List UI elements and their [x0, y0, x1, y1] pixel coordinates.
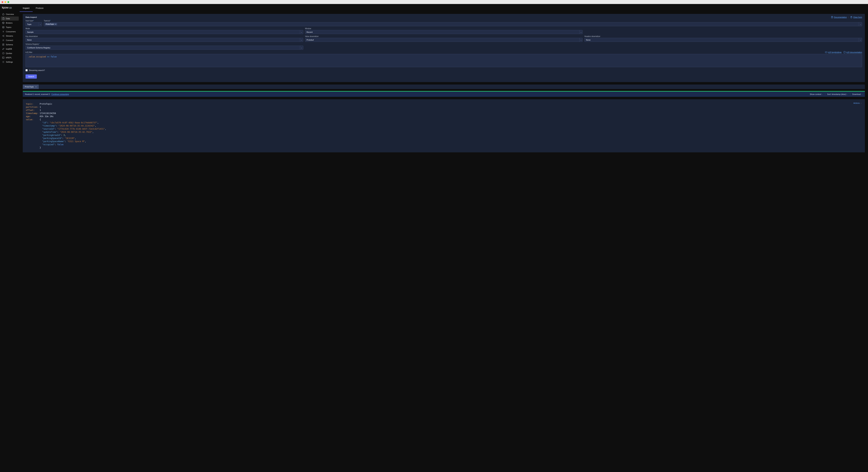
schema-registry-value: Confluent Schema Registry — [26, 46, 300, 50]
svg-point-7 — [3, 62, 4, 62]
record-actions[interactable]: Actions⌄ — [854, 102, 862, 105]
minimize-window-icon[interactable] — [4, 1, 6, 3]
close-icon[interactable]: ✕ — [55, 24, 56, 25]
val-deser-label: Value deserializer — [305, 35, 583, 37]
topics-label: Topic(s)* — [44, 20, 862, 22]
sidebar: kpow ❯❯❯ Overview Data Brokers Topics — [0, 4, 20, 472]
val-deser-select[interactable]: Protobuf ⌄ — [305, 38, 583, 42]
input-type-select[interactable]: Topic ⌄ — [26, 22, 42, 26]
svg-point-0 — [2, 26, 4, 27]
keyboard-icon — [825, 51, 827, 54]
result-tab-label: ProtoTopic — [25, 86, 34, 88]
sidebar-item-quotas[interactable]: Quotas — [1, 51, 19, 55]
schema-registry-label: Schema Registry* — [26, 43, 303, 45]
streaming-search-checkbox[interactable] — [26, 69, 28, 71]
panel-title: Data inspect — [26, 16, 37, 18]
kjq-path: .value.occupied — [28, 56, 46, 58]
rocket-icon — [2, 48, 4, 50]
record-content: topic: ProtoTopic partition: 1 offset: 1… — [26, 102, 862, 149]
sidebar-label: Schema — [6, 43, 13, 45]
chevron-down-icon[interactable]: ⌄ — [859, 22, 862, 26]
input-type-value: Topic — [26, 22, 39, 26]
chevron-down-icon: ⌄ — [861, 102, 862, 104]
gear-icon — [2, 61, 4, 63]
topics-select[interactable]: ProtoTopic ✕ ⌄ — [44, 22, 862, 26]
swap-icon — [2, 39, 4, 41]
sidebar-item-topics[interactable]: Topics — [1, 25, 19, 29]
separator: | — [850, 93, 850, 95]
maximize-window-icon[interactable] — [7, 1, 9, 3]
download-toggle[interactable]: Download⌄ — [852, 93, 863, 95]
kjq-filter-input[interactable]: .value.occupied == false — [26, 54, 862, 67]
documentation-label: Documentation — [834, 16, 847, 18]
page-icon — [2, 43, 4, 46]
chevron-down-icon[interactable]: ⌄ — [300, 38, 303, 42]
sidebar-label: Topics — [6, 26, 11, 28]
sidebar-label: Brokers — [6, 22, 12, 24]
svg-point-2 — [4, 35, 4, 35]
topic-chip-label: ProtoTopic — [46, 23, 54, 25]
sidebar-item-ksqldb[interactable]: ksqlDB — [1, 47, 19, 51]
sidebar-label: Settings — [6, 61, 13, 63]
key-deser-select[interactable]: None ⌄ — [26, 38, 303, 42]
search-button[interactable]: Search — [26, 74, 37, 78]
sidebar-item-brokers[interactable]: Brokers — [1, 21, 19, 25]
streaming-search-label: Streaming search? — [29, 69, 45, 71]
sidebar-item-schema[interactable]: Schema — [1, 42, 19, 47]
clear-form-link[interactable]: Clear form — [850, 16, 862, 19]
logo: kpow ❯❯❯ — [0, 5, 20, 12]
clear-form-label: Clear form — [853, 16, 862, 18]
tab-produce[interactable]: Produce — [33, 5, 47, 12]
schema-registry-select[interactable]: Confluent Schema Registry ⌄ — [26, 45, 303, 50]
chevron-down-icon[interactable]: ⌄ — [39, 22, 42, 26]
topic-chip: ProtoTopic ✕ — [45, 23, 57, 25]
gauge-icon — [2, 52, 4, 55]
window-value: Recent — [305, 30, 580, 34]
documentation-link[interactable]: Documentation — [831, 16, 847, 19]
result-tab[interactable]: ProtoTopic ✕ — [23, 85, 39, 89]
document-icon — [2, 18, 4, 20]
record-panel: Actions⌄ topic: ProtoTopic partition: 1 … — [23, 99, 865, 152]
top-tabs: Inspect Produce — [20, 4, 868, 12]
sidebar-item-streams[interactable]: Streams — [1, 34, 19, 38]
chevron-down-icon[interactable]: ⌄ — [579, 30, 582, 34]
status-text: Realized 1 record, scanned 2. — [25, 93, 50, 95]
sidebar-item-connect[interactable]: Connect — [1, 38, 19, 42]
sidebar-label: Consumers — [6, 31, 16, 33]
cube-icon — [2, 22, 4, 24]
sidebar-label: Connect — [6, 39, 13, 41]
kjq-keybindings-link[interactable]: kJQ keybindings — [825, 51, 841, 54]
sidebar-item-overview[interactable]: Overview — [1, 12, 19, 16]
terminal-icon — [2, 56, 4, 59]
kjq-value: false — [51, 56, 57, 58]
continue-consuming-link[interactable]: Continue consuming — [51, 93, 69, 95]
sidebar-label: Overview — [6, 13, 14, 15]
window-select[interactable]: Recent ⌄ — [305, 30, 583, 34]
kjq-docs-link[interactable]: kJQ documentation — [843, 51, 862, 54]
close-icon[interactable]: ✕ — [35, 86, 37, 88]
close-window-icon[interactable] — [2, 1, 3, 3]
nav: Overview Data Brokers Topics Consumers S… — [0, 12, 20, 64]
hdr-deser-select[interactable]: None ⌄ — [584, 38, 862, 42]
chevron-down-icon[interactable]: ⌄ — [300, 30, 303, 34]
chevron-down-icon: ⌄ — [847, 94, 848, 95]
chevron-down-icon[interactable]: ⌄ — [300, 46, 303, 50]
chevron-down-icon[interactable]: ⌄ — [579, 38, 582, 42]
show-context-toggle[interactable]: Show context⌄ — [810, 93, 823, 95]
mode-select[interactable]: Sample ⌄ — [26, 30, 303, 34]
topics-chips[interactable]: ProtoTopic ✕ — [44, 22, 859, 26]
sidebar-item-settings[interactable]: Settings — [1, 60, 19, 64]
main-content: Inspect Produce Data inspect Documentati… — [20, 4, 868, 472]
sidebar-item-data[interactable]: Data — [1, 17, 19, 21]
separator: | — [848, 16, 849, 18]
chevron-down-icon[interactable]: ⌄ — [859, 38, 862, 42]
status-bar: Realized 1 record, scanned 2. Continue c… — [23, 92, 865, 97]
chevron-down-icon: ⌄ — [861, 94, 863, 95]
sidebar-item-krepl[interactable]: kREPL — [1, 56, 19, 60]
sort-toggle[interactable]: Sort: timestamp (desc)⌄ — [827, 93, 848, 95]
sidebar-item-consumers[interactable]: Consumers — [1, 30, 19, 34]
stack-icon — [2, 26, 4, 28]
chevrons-down-icon — [2, 30, 4, 33]
tab-inspect[interactable]: Inspect — [20, 5, 33, 12]
window-titlebar — [0, 0, 868, 4]
